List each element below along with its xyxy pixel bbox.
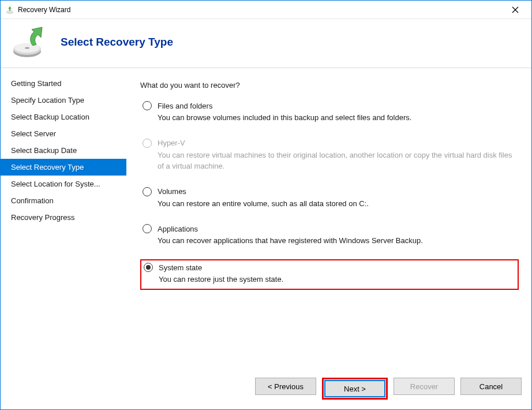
page-title: Select Recovery Type	[61, 36, 173, 49]
sidebar-item[interactable]: Confirmation	[1, 192, 126, 209]
sidebar-item[interactable]: Select Location for Syste...	[1, 176, 126, 192]
sidebar-item[interactable]: Select Server	[1, 125, 126, 142]
sidebar-item[interactable]: Recovery Progress	[1, 209, 126, 226]
recovery-option: System stateYou can restore just the sys…	[140, 259, 519, 290]
radio-button[interactable]	[143, 187, 152, 196]
option-description: You can restore just the system state.	[159, 274, 513, 285]
main-panel: What do you want to recover? Files and f…	[126, 68, 531, 392]
radio-button[interactable]	[143, 101, 152, 110]
header: Select Recovery Type	[1, 19, 531, 68]
previous-button[interactable]: < Previous	[255, 378, 316, 395]
option-label[interactable]: System state	[159, 263, 202, 272]
recovery-icon	[11, 25, 48, 59]
sidebar-item[interactable]: Select Backup Date	[1, 142, 126, 159]
sidebar-item[interactable]: Specify Location Type	[1, 92, 126, 109]
question-text: What do you want to recover?	[140, 81, 519, 90]
option-label[interactable]: Applications	[158, 225, 198, 233]
sidebar-item[interactable]: Select Recovery Type	[1, 159, 126, 176]
sidebar: Getting StartedSpecify Location TypeSele…	[1, 68, 126, 392]
recovery-option: VolumesYou can restore an entire volume,…	[140, 185, 519, 213]
sidebar-item[interactable]: Getting Started	[1, 75, 126, 92]
next-button[interactable]: Next >	[324, 380, 385, 397]
sidebar-item[interactable]: Select Backup Location	[1, 109, 126, 125]
option-label[interactable]: Volumes	[158, 187, 186, 196]
option-label: Hyper-V	[158, 139, 185, 147]
footer: < Previous Next > Recover Cancel	[255, 378, 522, 400]
option-description: You can recover applications that have r…	[158, 236, 514, 247]
window-title: Recovery Wizard	[18, 6, 504, 14]
recovery-option: Hyper-VYou can restore virtual machines …	[140, 136, 519, 176]
radio-button[interactable]	[144, 263, 153, 272]
recovery-option: ApplicationsYou can recover applications…	[140, 222, 519, 250]
option-description: You can restore virtual machines to thei…	[158, 150, 514, 172]
option-description: You can restore an entire volume, such a…	[158, 199, 514, 210]
svg-point-7	[25, 47, 29, 49]
app-icon	[5, 5, 14, 14]
recovery-option: Files and foldersYou can browse volumes …	[140, 99, 519, 127]
cancel-button[interactable]: Cancel	[460, 378, 522, 395]
radio-button	[143, 139, 152, 148]
titlebar: Recovery Wizard	[1, 1, 531, 19]
recover-button: Recover	[394, 378, 455, 395]
close-button[interactable]	[504, 1, 527, 18]
radio-button[interactable]	[143, 224, 152, 233]
option-description: You can browse volumes included in this …	[158, 113, 514, 124]
option-label[interactable]: Files and folders	[158, 102, 212, 110]
